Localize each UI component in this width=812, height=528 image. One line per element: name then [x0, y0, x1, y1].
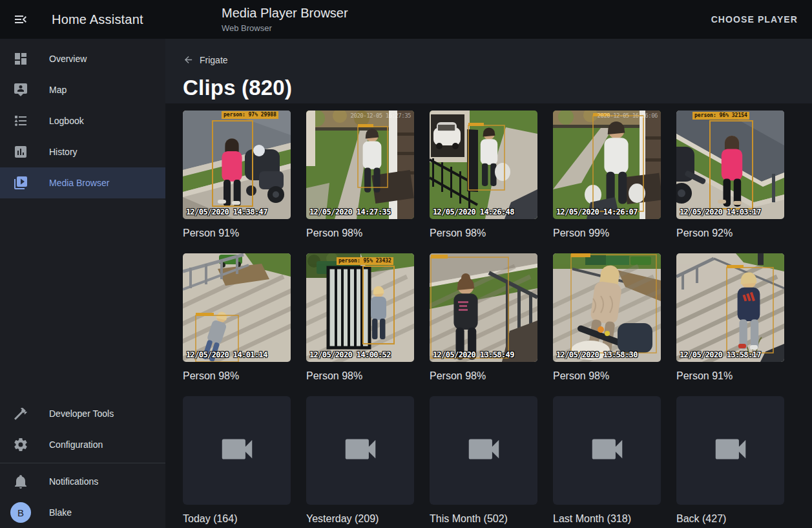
sidebar: OverviewMapLogbookHistoryMedia Browser D… [0, 39, 165, 528]
sidebar-item-label: Map [49, 85, 67, 95]
sidebar-toggle-button[interactable] [13, 12, 28, 27]
sidebar-item-logbook[interactable]: Logbook [0, 105, 165, 136]
clip-scene-image [183, 253, 291, 362]
clip-timestamp-overlay: 12/05/2020 13:58:17 [680, 350, 761, 359]
clip-scene-image [676, 111, 784, 219]
clip-thumbnail[interactable]: 2020-12-05 16:26:0612/05/2020 14:26:07 [553, 111, 661, 219]
clip-scene-image [306, 111, 414, 219]
clip-card[interactable]: 12/05/2020 14:01:14Person 98% [183, 253, 291, 382]
clip-scene-image [183, 111, 291, 219]
camera-osd-timestamp: 2020-12-05 16:26:06 [598, 112, 658, 119]
sidebar-nav: OverviewMapLogbookHistoryMedia Browser [0, 39, 165, 198]
clip-timestamp-overlay: 12/05/2020 14:38:47 [186, 207, 267, 216]
folders-grid: Today (164)Yesterday (209)This Month (50… [165, 396, 786, 528]
clip-card[interactable]: 2020-12-05 16:27:3512/05/2020 14:27:35Pe… [306, 111, 414, 239]
clip-card[interactable]: 2020-12-05 16:26:0612/05/2020 14:26:07Pe… [553, 111, 661, 239]
video-icon [217, 429, 257, 472]
clip-card[interactable]: 12/05/2020 13:58:17Person 91% [676, 253, 784, 382]
video-icon [464, 429, 504, 472]
detection-label: person: 97% 29988 [222, 111, 278, 119]
clip-caption: Person 98% [430, 370, 537, 382]
folder-tile[interactable] [306, 396, 414, 505]
sidebar-item-label: History [49, 147, 78, 157]
sidebar-item-overview[interactable]: Overview [0, 43, 165, 74]
video-icon [711, 429, 751, 472]
clip-caption: Person 99% [553, 227, 661, 239]
dashboard-icon [13, 51, 28, 67]
clip-thumbnail[interactable]: 12/05/2020 14:01:14 [183, 253, 291, 362]
folder-label: Last Month (318) [553, 512, 661, 525]
clip-scene-image [430, 253, 537, 362]
arrow-left-icon [183, 54, 194, 65]
folder-card-this-month-502-[interactable]: This Month (502) [430, 396, 537, 525]
sidebar-item-developer-tools[interactable]: Developer Tools [0, 398, 165, 429]
folder-tile[interactable] [676, 396, 784, 505]
clip-caption: Person 92% [676, 227, 784, 239]
content-header: Frigate Clips (820) [165, 39, 812, 103]
sidebar-item-map[interactable]: Map [0, 74, 165, 105]
clip-caption: Person 98% [553, 370, 661, 382]
history-icon [13, 144, 28, 160]
clip-thumbnail[interactable]: 2020-12-05 16:27:3512/05/2020 14:27:35 [306, 111, 414, 219]
clip-timestamp-overlay: 12/05/2020 14:27:35 [309, 207, 391, 216]
page-title: Clips (820) [183, 76, 812, 100]
breadcrumb-label: Frigate [200, 55, 228, 65]
clip-card[interactable]: person: 96% 3215412/05/2020 14:03:17Pers… [676, 111, 784, 239]
media-icon [13, 175, 28, 191]
sidebar-item-history[interactable]: History [0, 136, 165, 167]
clip-card[interactable]: 12/05/2020 13:58:49Person 98% [430, 253, 537, 382]
clip-timestamp-overlay: 12/05/2020 14:03:17 [680, 207, 761, 216]
folder-card-back-427-[interactable]: Back (427) [676, 396, 784, 525]
clip-caption: Person 98% [306, 227, 414, 239]
top-app-bar: Home Assistant Media Player Browser Web … [0, 0, 812, 39]
folder-card-last-month-318-[interactable]: Last Month (318) [553, 396, 661, 525]
folder-label: Yesterday (209) [306, 512, 414, 525]
clips-grid: person: 97% 2998812/05/2020 14:38:47Pers… [165, 103, 786, 396]
clip-thumbnail[interactable]: person: 96% 3215412/05/2020 14:03:17 [676, 111, 784, 219]
clip-caption: Person 98% [183, 370, 291, 382]
folder-tile[interactable] [430, 396, 537, 505]
clip-thumbnail[interactable]: 12/05/2020 14:26:48 [430, 111, 537, 219]
sidebar-item-notifications[interactable]: Notifications [0, 466, 165, 497]
logbook-icon [13, 113, 28, 129]
media-browser-header: Media Player Browser Web Browser [222, 5, 348, 32]
clip-card[interactable]: 12/05/2020 13:58:30Person 98% [553, 253, 661, 382]
clip-timestamp-overlay: 12/05/2020 14:26:48 [433, 207, 514, 216]
clip-thumbnail[interactable]: person: 95% 2343212/05/2020 14:00:52 [306, 253, 414, 362]
sidebar-item-configuration[interactable]: Configuration [0, 429, 165, 460]
sidebar-item-label: Developer Tools [49, 408, 114, 419]
folder-card-yesterday-209-[interactable]: Yesterday (209) [306, 396, 414, 525]
detection-label: person: 96% 32154 [692, 112, 749, 120]
sidebar-item-media-browser[interactable]: Media Browser [0, 167, 165, 198]
clip-thumbnail[interactable]: 12/05/2020 13:58:49 [430, 253, 537, 362]
home-assistant-app: Home Assistant Media Player Browser Web … [0, 0, 812, 528]
clip-scene-image [430, 111, 537, 219]
clip-card[interactable]: 12/05/2020 14:26:48Person 98% [430, 111, 537, 239]
clip-thumbnail[interactable]: 12/05/2020 13:58:17 [676, 253, 784, 362]
clip-scene-image [553, 111, 661, 219]
clip-card[interactable]: person: 97% 2998812/05/2020 14:38:47Pers… [183, 111, 291, 239]
clip-thumbnail[interactable]: person: 97% 2998812/05/2020 14:38:47 [183, 111, 291, 219]
clip-scene-image [553, 253, 661, 362]
media-browser-content: Frigate Clips (820) person: 97% 2998812/… [165, 39, 812, 528]
clip-caption: Person 91% [676, 370, 784, 382]
clip-thumbnail[interactable]: 12/05/2020 13:58:30 [553, 253, 661, 362]
app-title: Home Assistant [52, 12, 143, 27]
user-name: Blake [49, 507, 72, 518]
folder-card-today-164-[interactable]: Today (164) [183, 396, 291, 525]
clip-timestamp-overlay: 12/05/2020 14:26:07 [556, 207, 638, 216]
clip-timestamp-overlay: 12/05/2020 14:01:14 [186, 350, 267, 359]
menu-open-icon [13, 12, 28, 27]
clip-caption: Person 98% [430, 227, 537, 239]
sidebar-divider [0, 463, 165, 463]
folder-label: This Month (502) [430, 512, 537, 525]
user-avatar: B [10, 502, 31, 523]
clip-card[interactable]: person: 95% 2343212/05/2020 14:00:52Pers… [306, 253, 414, 382]
clip-caption: Person 98% [306, 370, 414, 382]
clip-scene-image [676, 253, 784, 362]
sidebar-item-user-profile[interactable]: B Blake [0, 497, 165, 528]
folder-tile[interactable] [553, 396, 661, 505]
choose-player-button[interactable]: CHOOSE PLAYER [703, 0, 806, 39]
breadcrumb-frigate[interactable]: Frigate [183, 39, 228, 65]
folder-tile[interactable] [183, 396, 291, 505]
